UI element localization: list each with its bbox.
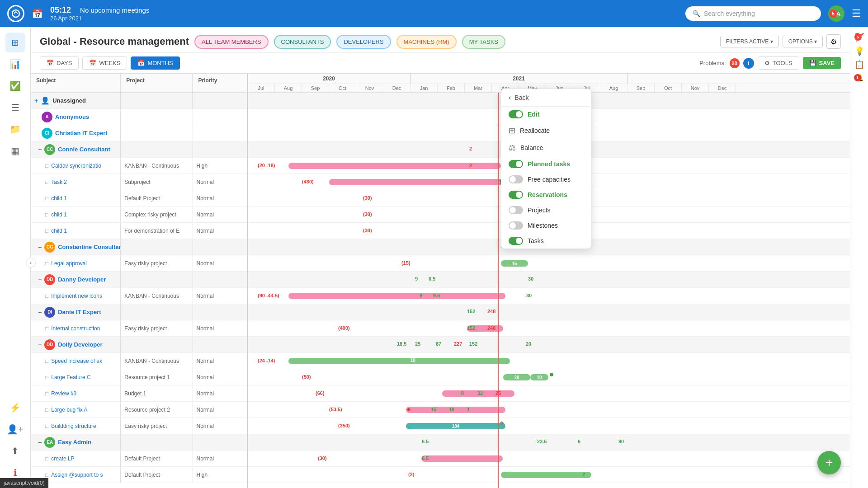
speed-num-left: (24 -14) — [258, 358, 275, 363]
planned-toggle[interactable] — [509, 160, 523, 168]
edit-toggle[interactable] — [509, 110, 523, 118]
search-placeholder: Search everything — [704, 10, 755, 17]
settings-btn[interactable]: ⚙ — [826, 34, 841, 49]
task-name-bugfix: Large bug fix A — [51, 407, 87, 413]
sidebar-item-grid[interactable]: ▦ — [5, 141, 25, 161]
danny-num1: 9 — [415, 276, 418, 282]
sidebar-item-tasks[interactable]: ✅ — [5, 76, 25, 96]
sidebar-expand-btn[interactable]: › — [26, 258, 36, 267]
row-christian: CI Christian IT Expert — [31, 125, 247, 141]
name-dante: Dante IT Expert — [58, 309, 101, 315]
filter-developers[interactable]: DEVELOPERS — [336, 35, 391, 49]
task-name-internal: Internal construction — [51, 325, 100, 332]
createlp-num-bar: 6.5 — [422, 455, 429, 461]
view-weeks-btn[interactable]: 📅 WEEKS — [82, 56, 127, 70]
view-months-btn[interactable]: 📅 MONTHS — [131, 56, 179, 70]
reallocate-icon: ⊞ — [509, 126, 515, 136]
dropdown-edit[interactable]: Edit — [501, 107, 591, 122]
app-logo[interactable] — [7, 5, 24, 22]
dropdown-balance[interactable]: ⚖ Balance — [501, 139, 591, 156]
dropdown-milestones[interactable]: Milestones — [501, 218, 591, 233]
sidebar-item-gantt[interactable]: 📊 — [5, 54, 25, 74]
milestones-toggle[interactable] — [509, 221, 523, 230]
task-name-c1c: child 1 — [51, 211, 67, 218]
lfc-diamond — [550, 373, 553, 376]
danny-num3: 30 — [528, 276, 533, 282]
task-icon-legal: □ — [45, 260, 48, 267]
avatar-anonymous: A — [42, 112, 52, 122]
info-btn[interactable]: i — [743, 58, 754, 69]
filter-machines[interactable]: MACHINES (RM) — [396, 35, 457, 49]
task-name-lfc: Large Feature C — [51, 374, 90, 380]
dropdown-projects[interactable]: Projects — [501, 202, 591, 218]
dropdown-planned[interactable]: Planned tasks — [501, 156, 591, 172]
expand-dante[interactable]: − — [38, 309, 42, 316]
clipboard-icon[interactable]: 📋 — [854, 60, 864, 70]
gantt-fixed-col: + 👤 Unassigned A Anonymous — [31, 93, 248, 488]
bugfix-bar[interactable] — [406, 407, 505, 413]
dropdown-reallocate[interactable]: ⊞ Reallocate — [501, 122, 591, 139]
unassigned-label: Unassigned — [52, 97, 86, 104]
expand-easyadmin[interactable]: − — [38, 439, 42, 446]
calendar-icon[interactable]: 📅 — [32, 8, 43, 19]
year-2021: 2021 — [410, 74, 627, 84]
building-bar[interactable]: 184 — [406, 423, 505, 429]
bulb-icon[interactable]: 💡 — [854, 46, 864, 56]
projects-toggle[interactable] — [509, 206, 523, 214]
task-icon-implement: □ — [45, 293, 48, 299]
sidebar-item-bolt[interactable]: ⚡ — [5, 398, 25, 418]
legal-bar[interactable]: 15 — [501, 260, 528, 267]
dante-num2: 248 — [487, 309, 495, 314]
dropdown-back-btn[interactable]: ‹ Back — [501, 89, 591, 107]
expand-danny[interactable]: − — [38, 276, 42, 283]
fab-add-btn[interactable]: + — [817, 451, 841, 474]
filters-active-btn[interactable]: FILTERS ACTIVE ▾ — [720, 36, 779, 47]
expand-constantine[interactable]: − — [38, 244, 42, 251]
dropdown-reservations[interactable]: Reservations — [501, 187, 591, 202]
filter-consultants[interactable]: CONSULTANTS — [274, 35, 331, 49]
reservations-toggle[interactable] — [509, 191, 523, 199]
lfc-bar2[interactable]: 10 — [530, 374, 548, 380]
sidebar-item-add-user[interactable]: 👤+ — [5, 419, 25, 439]
expand-connie[interactable]: − — [38, 146, 42, 153]
sidebar-item-import[interactable]: ⬆ — [5, 441, 25, 461]
col-subject-header: Subject — [31, 74, 121, 92]
row-unassigned: + 👤 Unassigned — [31, 93, 247, 109]
sidebar-item-folder[interactable]: 📁 — [5, 119, 25, 139]
expand-dolly[interactable]: − — [38, 341, 42, 348]
assign-bar[interactable] — [501, 472, 591, 478]
filter-my-tasks[interactable]: MY TASKS — [462, 35, 505, 49]
add-unassigned-icon[interactable]: + — [34, 97, 38, 104]
dropdown-tasks[interactable]: Tasks — [501, 233, 591, 249]
implement-bar[interactable] — [288, 293, 505, 299]
lfc-bar1[interactable]: 20 — [503, 374, 530, 380]
tools-btn[interactable]: ⚙ TOOLS — [758, 56, 799, 70]
free-cap-toggle[interactable] — [509, 175, 523, 183]
task2-bar[interactable] — [329, 179, 505, 185]
save-btn[interactable]: 💾 SAVE — [803, 57, 841, 69]
dolly-num6: 20 — [526, 341, 531, 347]
row-dante: − DI Dante IT Expert — [31, 304, 247, 320]
review3-num-left: (66) — [316, 390, 325, 396]
balance-label: Balance — [520, 144, 543, 151]
projects-label: Projects — [528, 206, 551, 214]
task-icon-c1d: □ — [45, 195, 48, 202]
view-days-btn[interactable]: 📅 DAYS — [40, 56, 79, 70]
options-btn[interactable]: OPTIONS ▾ — [783, 36, 823, 47]
sidebar-item-home[interactable]: ⊞ — [5, 33, 25, 52]
filter-all-team-members[interactable]: ALL TEAM MEMBERS — [194, 35, 268, 49]
row-dolly: − DD Dolly Developer — [31, 337, 247, 353]
search-box[interactable]: 🔍 Search everything — [685, 6, 821, 21]
tasks-toggle[interactable] — [509, 237, 523, 245]
speed-bar[interactable] — [288, 358, 510, 364]
createlp-bar[interactable] — [421, 455, 503, 462]
current-date: 26 Apr 2021 — [50, 15, 149, 22]
lfc-num-left: (50) — [302, 374, 311, 380]
c1demo-num-left: (30) — [363, 228, 372, 233]
review3-num2: 32 — [477, 390, 483, 396]
dropdown-free-cap[interactable]: Free capacities — [501, 172, 591, 187]
col-priority-header: Priority — [193, 74, 247, 92]
dolly-num3: 87 — [436, 341, 441, 347]
sidebar-item-list[interactable]: ☰ — [5, 98, 25, 117]
hamburger-menu[interactable]: ☰ — [852, 8, 861, 19]
